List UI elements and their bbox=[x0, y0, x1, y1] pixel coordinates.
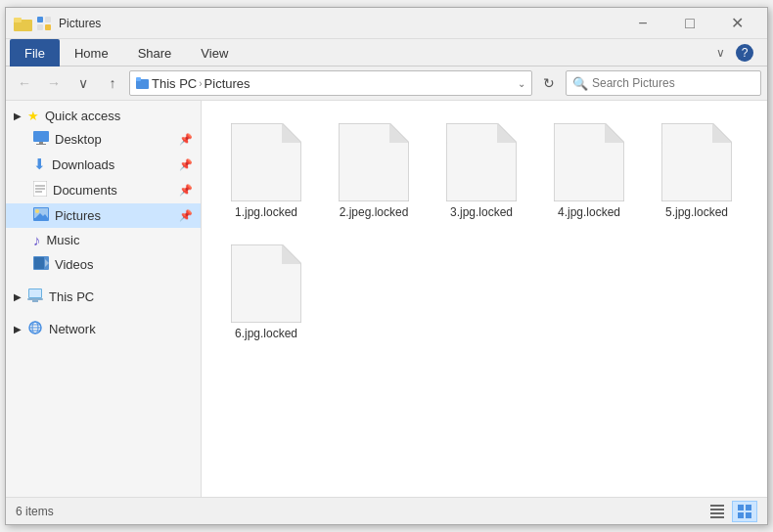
main-content: ▶ ★ Quick access Desktop 📌 ⬇ bbox=[6, 101, 767, 497]
file-icon-3 bbox=[446, 123, 517, 201]
title-folder-icon bbox=[14, 16, 33, 31]
this-pc-icon bbox=[27, 288, 43, 305]
sidebar-section-this-pc[interactable]: ▶ This PC bbox=[6, 285, 201, 309]
sidebar-item-videos[interactable]: Videos bbox=[6, 252, 201, 277]
minimize-button[interactable]: − bbox=[620, 10, 665, 37]
up-arrow-icon: ↑ bbox=[110, 75, 116, 91]
tab-home[interactable]: Home bbox=[60, 39, 123, 66]
svg-rect-47 bbox=[738, 505, 744, 510]
refresh-button[interactable]: ↻ bbox=[536, 70, 562, 96]
sidebar-item-pictures[interactable]: Pictures 📌 bbox=[6, 203, 201, 228]
up-button[interactable]: ↑ bbox=[100, 70, 125, 96]
svg-rect-5 bbox=[45, 24, 51, 30]
svg-marker-38 bbox=[605, 123, 624, 143]
svg-rect-10 bbox=[36, 144, 46, 145]
file-area: 1.jpg.locked 2.jpeg.locked bbox=[202, 101, 767, 497]
svg-rect-50 bbox=[746, 512, 751, 518]
sidebar-section-quick-access[interactable]: ▶ ★ Quick access bbox=[6, 105, 201, 127]
svg-rect-1 bbox=[14, 18, 22, 22]
sidebar-item-desktop-label: Desktop bbox=[55, 132, 102, 147]
back-arrow-icon: ← bbox=[18, 75, 31, 91]
explorer-window: Pictures − □ ✕ File Home Share View ∨ ? … bbox=[5, 7, 768, 525]
status-bar: 6 items bbox=[6, 497, 767, 524]
large-icons-view-icon bbox=[738, 505, 751, 518]
file-item-3[interactable]: 3.jpg.locked bbox=[432, 116, 530, 228]
svg-rect-43 bbox=[710, 505, 724, 507]
title-bar-icon bbox=[14, 16, 51, 31]
file-icon-4 bbox=[554, 123, 624, 201]
file-item-2[interactable]: 2.jpeg.locked bbox=[325, 116, 423, 228]
star-icon: ★ bbox=[27, 109, 39, 123]
ribbon-expand[interactable]: ∨ ? bbox=[706, 40, 763, 66]
search-box[interactable]: 🔍 bbox=[566, 70, 761, 96]
details-view-icon bbox=[710, 505, 724, 518]
maximize-button[interactable]: □ bbox=[667, 10, 712, 37]
dropdown-nav-button[interactable]: ∨ bbox=[70, 70, 96, 96]
tab-share[interactable]: Share bbox=[123, 39, 187, 66]
file-icon-1 bbox=[231, 123, 301, 201]
expand-pc-arrow-icon: ▶ bbox=[14, 291, 22, 302]
sidebar-item-downloads-label: Downloads bbox=[52, 157, 114, 172]
sidebar-item-pictures-label: Pictures bbox=[55, 208, 101, 223]
sidebar: ▶ ★ Quick access Desktop 📌 ⬇ bbox=[6, 101, 202, 497]
svg-marker-32 bbox=[282, 123, 301, 143]
file-icon-5 bbox=[661, 123, 732, 201]
close-button[interactable]: ✕ bbox=[714, 10, 759, 37]
svg-rect-8 bbox=[33, 131, 49, 142]
ribbon-tabs: File Home Share View ∨ ? bbox=[6, 39, 767, 66]
file-item-5[interactable]: 5.jpg.locked bbox=[648, 116, 746, 228]
file-item-1[interactable]: 1.jpg.locked bbox=[217, 116, 315, 228]
large-icons-view-button[interactable] bbox=[732, 501, 757, 522]
help-icon[interactable]: ? bbox=[736, 44, 753, 62]
file-label-4: 4.jpg.locked bbox=[558, 205, 620, 221]
sidebar-item-downloads[interactable]: ⬇ Downloads 📌 bbox=[6, 152, 201, 177]
file-icon-2 bbox=[339, 123, 409, 201]
details-view-button[interactable] bbox=[705, 501, 730, 522]
dropdown-arrow-icon: ∨ bbox=[78, 75, 88, 91]
tab-file[interactable]: File bbox=[10, 39, 60, 66]
file-item-4[interactable]: 4.jpg.locked bbox=[540, 116, 638, 228]
svg-marker-40 bbox=[712, 123, 732, 143]
sidebar-item-music-label: Music bbox=[47, 233, 80, 247]
breadcrumb-folder-icon bbox=[136, 77, 150, 89]
sidebar-item-music[interactable]: ♪ Music bbox=[6, 228, 201, 252]
this-pc-label: This PC bbox=[49, 289, 94, 304]
back-button[interactable]: ← bbox=[12, 70, 37, 96]
title-bar: Pictures − □ ✕ bbox=[6, 8, 767, 39]
file-item-6[interactable]: 6.jpg.locked bbox=[217, 238, 315, 349]
pin-icon-downloads: 📌 bbox=[179, 158, 193, 171]
svg-rect-7 bbox=[136, 77, 141, 81]
file-icon-6 bbox=[231, 244, 301, 323]
svg-rect-48 bbox=[746, 505, 751, 510]
sidebar-item-documents-label: Documents bbox=[53, 183, 117, 198]
search-input[interactable] bbox=[592, 76, 754, 90]
expand-arrow-icon: ▶ bbox=[14, 111, 22, 121]
address-box[interactable]: This PC › Pictures ⌄ bbox=[129, 70, 532, 96]
search-icon: 🔍 bbox=[572, 76, 588, 91]
window-controls: − □ ✕ bbox=[620, 10, 759, 37]
svg-rect-49 bbox=[738, 512, 744, 518]
tab-view[interactable]: View bbox=[186, 39, 243, 66]
sidebar-item-videos-label: Videos bbox=[55, 257, 94, 272]
forward-button[interactable]: → bbox=[41, 70, 67, 96]
breadcrumb-pc: This PC bbox=[152, 76, 197, 91]
svg-rect-46 bbox=[710, 516, 724, 518]
address-dropdown-icon[interactable]: ⌄ bbox=[518, 78, 525, 89]
item-count: 6 items bbox=[16, 505, 54, 518]
sidebar-section-network[interactable]: ▶ Network bbox=[6, 317, 201, 341]
quick-access-label: Quick access bbox=[45, 109, 120, 123]
svg-marker-42 bbox=[282, 244, 301, 264]
breadcrumb: This PC › Pictures bbox=[136, 76, 250, 91]
file-label-1: 1.jpg.locked bbox=[235, 205, 297, 221]
file-grid: 1.jpg.locked 2.jpeg.locked bbox=[211, 111, 757, 354]
view-controls bbox=[705, 501, 757, 522]
svg-rect-25 bbox=[32, 300, 38, 302]
svg-rect-44 bbox=[710, 509, 724, 510]
sidebar-item-desktop[interactable]: Desktop 📌 bbox=[6, 127, 201, 152]
videos-icon bbox=[33, 256, 49, 273]
svg-marker-36 bbox=[497, 123, 517, 143]
file-label-2: 2.jpeg.locked bbox=[340, 205, 409, 221]
svg-rect-4 bbox=[37, 24, 43, 30]
sidebar-item-documents[interactable]: Documents 📌 bbox=[6, 177, 201, 203]
breadcrumb-pictures: Pictures bbox=[205, 76, 250, 91]
